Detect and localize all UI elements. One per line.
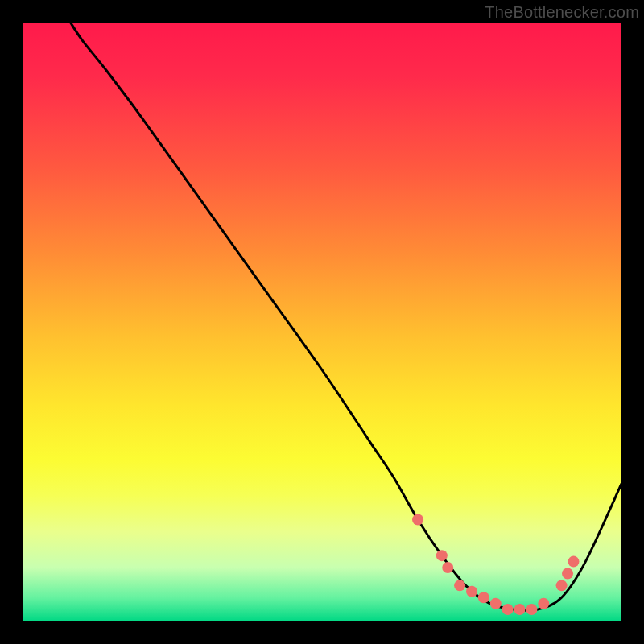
highlight-dot — [478, 592, 489, 603]
highlight-dot — [490, 598, 502, 609]
highlight-dot — [568, 556, 579, 568]
highlight-dot — [412, 514, 423, 526]
highlight-dot — [502, 604, 514, 615]
plot-area — [23, 23, 621, 621]
highlight-dot — [562, 568, 573, 579]
highlight-dot — [526, 604, 537, 615]
bottleneck-curve — [71, 23, 621, 611]
highlight-dot — [454, 580, 465, 591]
highlight-dot — [514, 604, 526, 615]
highlight-dot — [442, 562, 453, 573]
highlight-dots — [412, 514, 579, 616]
highlight-dot — [436, 550, 448, 561]
highlight-dot — [556, 580, 568, 591]
highlight-dot — [538, 598, 549, 609]
chart-frame: TheBottlenecker.com — [0, 0, 644, 644]
chart-svg — [23, 23, 621, 621]
watermark-text: TheBottlenecker.com — [485, 3, 639, 22]
highlight-dot — [466, 586, 477, 597]
